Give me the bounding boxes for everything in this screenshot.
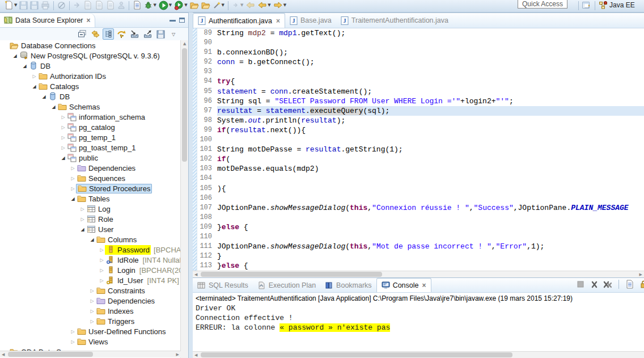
collapse-arrow-icon[interactable]: ◢ bbox=[89, 237, 95, 242]
new-file-button[interactable]: ▼ bbox=[3, 0, 18, 11]
console-tab-sql-results[interactable]: SQL Results bbox=[193, 278, 253, 292]
tree-item-pg-toast-temp-1[interactable]: ▷pg_toast_temp_1 bbox=[0, 142, 181, 153]
code-line[interactable]: 106 bbox=[198, 193, 644, 203]
dropdown-arrow-icon[interactable]: ▼ bbox=[283, 3, 286, 7]
back-button[interactable]: ▼ bbox=[256, 0, 272, 11]
dropdown-arrow-icon[interactable]: ▼ bbox=[153, 3, 156, 7]
collapse-arrow-icon[interactable]: ◢ bbox=[79, 227, 86, 232]
tree-item-public[interactable]: ◢public bbox=[0, 153, 181, 163]
expand-arrow-icon[interactable]: ▷ bbox=[89, 319, 95, 324]
code-line[interactable]: 107JOptionPane.showMessageDialog(this,"C… bbox=[198, 203, 644, 213]
code-line[interactable]: 91b.connexionBD(); bbox=[198, 48, 644, 57]
code-line[interactable]: 98System.out.println(resultat); bbox=[198, 116, 644, 125]
code-line[interactable]: 104 bbox=[198, 174, 644, 183]
export-folder-button[interactable] bbox=[200, 0, 211, 11]
close-tab-icon[interactable]: × bbox=[276, 17, 280, 25]
code-line[interactable]: 89String mdp2 = mdp1.getText(); bbox=[198, 28, 644, 38]
expand-arrow-icon[interactable]: ▷ bbox=[70, 166, 76, 171]
forward-button[interactable]: ▼ bbox=[272, 0, 287, 11]
expand-arrow-icon[interactable]: ▷ bbox=[99, 268, 105, 273]
tree-item-db[interactable]: ◢DB bbox=[0, 91, 181, 102]
tree-item-db[interactable]: ◢DB bbox=[0, 61, 181, 71]
show-hierarchy-button[interactable] bbox=[103, 28, 114, 40]
expand-arrow-icon[interactable]: ▷ bbox=[89, 309, 95, 314]
run-button[interactable]: ▼ bbox=[158, 0, 173, 11]
console-tab-console[interactable]: Console× bbox=[376, 278, 431, 292]
tree-item-constraints[interactable]: ▷Constraints bbox=[0, 285, 181, 296]
collapse-arrow-icon[interactable]: ◢ bbox=[41, 94, 47, 99]
tree-item-id-user[interactable]: ▷Id_User[INT4 PK] bbox=[0, 275, 181, 285]
activate-connection-button[interactable] bbox=[116, 28, 127, 40]
code-line[interactable]: 94try{ bbox=[198, 77, 644, 86]
code-line[interactable]: 102if( bbox=[198, 154, 644, 164]
tree-item-user-defined-functions[interactable]: ▷User-Defined Functions bbox=[0, 326, 181, 336]
code-line[interactable]: 96String sql = "SELECT Password FROM Use… bbox=[198, 96, 644, 106]
expand-arrow-icon[interactable]: ▷ bbox=[60, 125, 66, 130]
tree-item-user[interactable]: ◢User bbox=[0, 224, 181, 234]
editor-tab-authentification-java[interactable]: JAuthentification.java× bbox=[193, 13, 285, 28]
dropdown-arrow-icon[interactable]: ▼ bbox=[14, 3, 17, 7]
tab-data-source-explorer[interactable]: Data Source Explorer × bbox=[0, 13, 95, 27]
save-connection-button[interactable] bbox=[155, 28, 166, 40]
clear-console-button[interactable] bbox=[625, 279, 635, 290]
tree-item-columns[interactable]: ◢Columns bbox=[0, 234, 181, 245]
tree-item-indexes[interactable]: ▷Indexes bbox=[0, 306, 181, 316]
tree-item-information-schema[interactable]: ▷information_schema bbox=[0, 112, 181, 122]
search-wand-button[interactable]: ▼ bbox=[211, 0, 226, 11]
open-folder-button[interactable] bbox=[189, 0, 200, 11]
expand-arrow-icon[interactable]: ▷ bbox=[99, 247, 105, 252]
expand-arrow-icon[interactable]: ▷ bbox=[60, 115, 66, 120]
editor-horizontal-scrollbar[interactable]: ◀ ▶ bbox=[193, 271, 644, 277]
tree-item-sequences[interactable]: ▷Sequences bbox=[0, 173, 181, 183]
tree-item-password[interactable]: ▷Password[BPCHAR bbox=[0, 245, 181, 255]
panel-sash[interactable] bbox=[189, 12, 193, 358]
editor-tab-base-java[interactable]: JBase.java bbox=[285, 13, 336, 28]
expand-arrow-icon[interactable]: ▷ bbox=[60, 145, 66, 150]
tree-item-catalogs[interactable]: ◢Catalogs bbox=[0, 81, 181, 91]
code-line[interactable]: 92conn = b.getConnect(); bbox=[198, 57, 644, 67]
code-line-current[interactable]: 97resultat = statement.executeQuery(sql)… bbox=[198, 106, 644, 116]
run-error-button[interactable]: ▼ bbox=[173, 0, 188, 11]
tree-item-tables[interactable]: ◢Tables bbox=[0, 193, 181, 204]
tree-item-pg-catalog[interactable]: ▷pg_catalog bbox=[0, 122, 181, 132]
collapse-arrow-icon[interactable]: ◢ bbox=[22, 64, 28, 69]
console-tab-execution-plan[interactable]: Execution Plan bbox=[253, 278, 320, 292]
code-line[interactable]: 105){ bbox=[198, 184, 644, 193]
close-view-icon[interactable]: × bbox=[87, 16, 91, 24]
code-line[interactable]: 101String motDePasse = resultat.getStrin… bbox=[198, 145, 644, 154]
console-tab-bookmarks[interactable]: Bookmarks bbox=[320, 278, 376, 292]
tree-vertical-scrollbar[interactable]: ▲ ▼ bbox=[180, 40, 188, 358]
expand-arrow-icon[interactable]: ▷ bbox=[99, 278, 105, 283]
collapse-arrow-icon[interactable]: ◢ bbox=[50, 104, 57, 109]
expand-arrow-icon[interactable]: ▷ bbox=[70, 186, 76, 191]
code-line[interactable]: 100 bbox=[198, 135, 644, 145]
code-line[interactable]: 99if(resultat.next()){ bbox=[198, 125, 644, 135]
expand-arrow-icon[interactable]: ▷ bbox=[70, 329, 76, 334]
import-connection-button[interactable] bbox=[129, 28, 140, 40]
collapse-arrow-icon[interactable]: ◢ bbox=[12, 53, 18, 58]
java-ee-perspective-button[interactable]: Java EE bbox=[598, 0, 636, 11]
maximize-view-button[interactable] bbox=[179, 18, 185, 23]
dropdown-arrow-icon[interactable]: ▼ bbox=[240, 3, 243, 7]
collapse-arrow-icon[interactable]: ◢ bbox=[60, 155, 66, 161]
tree-item-triggers[interactable]: ▷Triggers bbox=[0, 316, 181, 326]
export-connection-button[interactable] bbox=[142, 28, 153, 40]
tree-item-log[interactable]: ▷Log bbox=[0, 204, 181, 214]
code-line[interactable]: 113}else { bbox=[198, 261, 644, 271]
expand-arrow-icon[interactable]: ▷ bbox=[31, 74, 37, 79]
expand-arrow-icon[interactable]: ▷ bbox=[79, 217, 86, 222]
remove-all-terminated-button[interactable] bbox=[603, 279, 613, 290]
tree-item-role[interactable]: ▷Role bbox=[0, 214, 181, 224]
code-line[interactable]: 109}else { bbox=[198, 222, 644, 232]
tree-item-login[interactable]: ▷Login[BPCHAR(20)] bbox=[0, 265, 181, 275]
dropdown-arrow-icon[interactable]: ▼ bbox=[222, 3, 224, 7]
dropdown-arrow-icon[interactable]: ▼ bbox=[268, 3, 270, 7]
debug-button[interactable]: ▼ bbox=[143, 0, 157, 11]
code-line[interactable]: 111JOptionPane.showMessageDialog(this,"M… bbox=[198, 242, 644, 251]
code-line[interactable]: 103motDePasse.equals(mdp2) bbox=[198, 164, 644, 174]
expand-arrow-icon[interactable]: ▷ bbox=[60, 135, 66, 140]
quick-access-box[interactable]: Quick Access bbox=[518, 0, 567, 9]
code-line[interactable]: 95statement = conn.createStatement(); bbox=[198, 87, 644, 96]
tree-item-pg-temp-1[interactable]: ▷pg_temp_1 bbox=[0, 132, 181, 142]
code-line[interactable]: 108 bbox=[198, 213, 644, 222]
